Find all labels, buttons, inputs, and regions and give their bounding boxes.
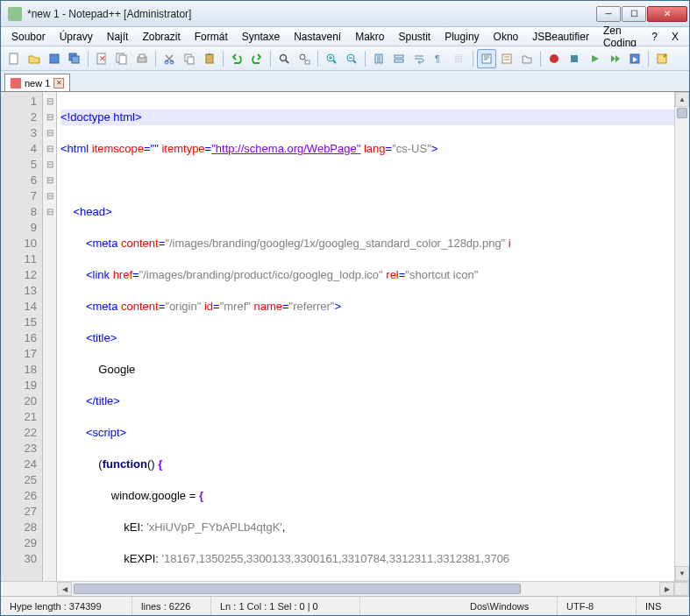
svg-rect-7 [119, 55, 126, 64]
save-macro-icon[interactable] [625, 49, 644, 68]
doc-map-icon[interactable] [477, 49, 496, 68]
stop-macro-icon[interactable] [565, 49, 584, 68]
svg-rect-0 [10, 53, 18, 64]
replace-icon[interactable] [295, 49, 314, 68]
status-insert-mode: INS [637, 597, 689, 615]
indent-guide-icon[interactable] [450, 49, 469, 68]
scroll-right-icon[interactable]: ▶ [659, 582, 674, 596]
cut-icon[interactable] [160, 49, 179, 68]
menu-zobrazit[interactable]: Zobrazit [135, 29, 187, 45]
menu-spustit[interactable]: Spustit [392, 29, 438, 45]
svg-rect-29 [571, 55, 578, 62]
plugin-icon[interactable] [652, 49, 672, 68]
save-all-icon[interactable] [65, 49, 84, 68]
close-file-icon[interactable]: ✕ [92, 49, 111, 68]
print-icon[interactable] [132, 49, 152, 68]
svg-rect-22 [380, 54, 382, 63]
app-icon [8, 7, 22, 21]
copy-icon[interactable] [180, 49, 199, 68]
svg-point-17 [300, 54, 305, 60]
maximize-button[interactable]: ☐ [622, 6, 646, 22]
svg-rect-14 [206, 54, 213, 63]
scroll-down-icon[interactable]: ▼ [675, 566, 689, 581]
close-button[interactable]: ✕ [647, 6, 687, 22]
play-macro-icon[interactable] [585, 49, 604, 68]
menu-nastaveni[interactable]: Nastavení [287, 29, 348, 45]
scroll-left-icon[interactable]: ◀ [57, 582, 72, 596]
sync-h-icon[interactable] [389, 49, 409, 68]
open-file-icon[interactable] [25, 49, 44, 68]
undo-icon[interactable] [227, 49, 246, 68]
svg-rect-21 [375, 54, 378, 63]
svg-rect-23 [395, 55, 403, 58]
paste-icon[interactable] [200, 49, 219, 68]
menu-upravy[interactable]: Úpravy [53, 29, 100, 45]
menu-makro[interactable]: Makro [348, 29, 391, 45]
svg-point-16 [281, 54, 287, 60]
status-encoding: UTF-8 [558, 597, 637, 615]
tab-new1[interactable]: new 1 ✕ [4, 74, 70, 91]
window-buttons: ─ ☐ ✕ [596, 6, 687, 22]
menu-najit[interactable]: Najít [100, 29, 136, 45]
horizontal-scrollbar[interactable]: ◀ ▶ [1, 581, 689, 596]
status-eol: Dos\Windows [461, 597, 558, 615]
tab-modified-icon [11, 78, 21, 89]
menu-x[interactable]: X [665, 29, 686, 45]
close-all-icon[interactable] [112, 49, 132, 68]
menubar: Soubor Úpravy Najít Zobrazit Formát Synt… [1, 27, 689, 46]
zoom-out-icon[interactable] [342, 49, 361, 68]
zoom-in-icon[interactable] [322, 49, 341, 68]
fold-gutter[interactable]: ⊟⊟⊟⊟⊟⊟⊟⊟ [43, 92, 57, 581]
status-lines: lines : 6226 [132, 597, 211, 615]
code-area[interactable]: <!doctype html> <html itemscope="" itemt… [57, 92, 674, 581]
editor: 1234567891011121314151617181920212223242… [1, 92, 689, 581]
menu-pluginy[interactable]: Pluginy [437, 29, 486, 45]
save-icon[interactable] [45, 49, 64, 68]
minimize-button[interactable]: ─ [596, 6, 621, 22]
menu-okno[interactable]: Okno [487, 29, 526, 45]
wrap-icon[interactable] [409, 49, 429, 68]
svg-rect-9 [139, 54, 145, 58]
tab-label: new 1 [25, 78, 50, 89]
toolbar: ✕ ¶ [1, 46, 689, 71]
menu-syntaxe[interactable]: Syntaxe [235, 29, 287, 45]
menu-format[interactable]: Formát [188, 29, 235, 45]
svg-text:✕: ✕ [99, 54, 106, 63]
svg-rect-3 [72, 56, 79, 63]
svg-rect-15 [208, 53, 211, 55]
svg-rect-1 [50, 54, 59, 63]
svg-rect-24 [395, 60, 403, 62]
window-title: *new 1 - Notepad++ [Administrator] [27, 8, 596, 20]
vertical-scrollbar[interactable]: ▲ ▼ [674, 92, 689, 581]
titlebar[interactable]: *new 1 - Notepad++ [Administrator] ─ ☐ ✕ [1, 1, 689, 27]
app-window: *new 1 - Notepad++ [Administrator] ─ ☐ ✕… [0, 0, 690, 616]
line-number-gutter[interactable]: 1234567891011121314151617181920212223242… [1, 92, 43, 581]
play-multi-icon[interactable] [605, 49, 624, 68]
scroll-thumb-h[interactable] [74, 584, 521, 594]
svg-rect-13 [188, 57, 194, 64]
status-hype: Hype length : 374399 [1, 597, 132, 615]
svg-rect-27 [502, 54, 511, 63]
svg-rect-18 [305, 60, 309, 64]
record-macro-icon[interactable] [544, 49, 564, 68]
svg-text:¶: ¶ [435, 53, 440, 64]
show-all-chars-icon[interactable]: ¶ [430, 49, 449, 68]
func-list-icon[interactable] [497, 49, 516, 68]
statusbar: Hype length : 374399 lines : 6226 Ln : 1… [1, 596, 689, 615]
tab-close-icon[interactable]: ✕ [53, 78, 64, 89]
scroll-thumb-v[interactable] [677, 108, 687, 118]
folder-icon[interactable] [517, 49, 537, 68]
status-position: Ln : 1 Col : 1 Sel : 0 | 0 [211, 597, 360, 615]
new-file-icon[interactable] [4, 49, 24, 68]
find-icon[interactable] [274, 49, 294, 68]
svg-point-28 [550, 54, 558, 63]
menu-soubor[interactable]: Soubor [4, 29, 53, 45]
menu-jsbeautifier[interactable]: JSBeautifier [525, 29, 596, 45]
tabbar: new 1 ✕ [1, 71, 689, 92]
sync-v-icon[interactable] [369, 49, 388, 68]
redo-icon[interactable] [247, 49, 267, 68]
scroll-up-icon[interactable]: ▲ [675, 92, 689, 107]
menu-help[interactable]: ? [644, 29, 665, 45]
